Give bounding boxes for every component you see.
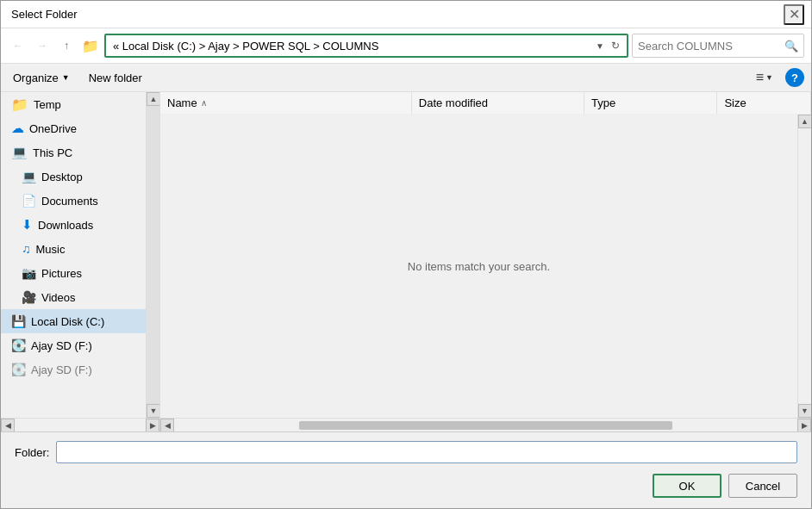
ok-button[interactable]: OK — [653, 474, 721, 498]
onedrive-icon: ☁ — [11, 121, 24, 136]
file-scroll-up[interactable]: ▲ — [798, 115, 812, 128]
downloads-icon: ⬇ — [22, 217, 33, 233]
folder-icon: 📁 — [82, 38, 99, 54]
forward-icon: → — [37, 40, 47, 52]
sidebar-h-scrollbar[interactable]: ◀ ▶ — [1, 418, 159, 431]
column-date-label: Date modified — [419, 96, 488, 109]
address-path-bar[interactable]: « Local Disk (C:) > Ajay > POWER SQL > C… — [104, 34, 628, 58]
sidebar-label-thispc: This PC — [33, 146, 72, 159]
up-icon: ↑ — [64, 40, 69, 52]
column-name[interactable]: Name ∧ — [160, 92, 412, 114]
bottom-area: Folder: OK Cancel — [1, 431, 811, 508]
help-button[interactable]: ? — [785, 68, 804, 87]
videos-icon: 🎥 — [22, 290, 36, 304]
partial-drive-icon: 💽 — [11, 363, 26, 376]
back-icon: ← — [13, 40, 23, 52]
empty-message-text: No items match your search. — [408, 260, 550, 273]
sidebar-label-music: Music — [36, 243, 66, 256]
file-area-with-scroll: No items match your search. ▲ ▼ — [160, 115, 811, 418]
search-input[interactable] — [638, 40, 781, 53]
buttons-row: OK Cancel — [1, 470, 811, 508]
file-h-scrollbar-row[interactable]: ◀ ▶ — [160, 418, 811, 431]
sidebar-item-onedrive[interactable]: ☁ OneDrive — [1, 116, 146, 140]
sidebar-label-documents: Documents — [41, 195, 98, 208]
file-h-scroll-thumb — [299, 421, 673, 430]
sidebar-item-documents[interactable]: 📄 Documents — [1, 189, 146, 213]
sidebar-item-localdisk[interactable]: 💾 Local Disk (C:) — [1, 309, 146, 333]
sidebar-item-pictures[interactable]: 📷 Pictures — [1, 261, 146, 285]
refresh-icon[interactable]: ↻ — [611, 40, 620, 52]
column-date-modified[interactable]: Date modified — [412, 92, 584, 114]
file-h-scroll-right[interactable]: ▶ — [797, 419, 811, 431]
thispc-icon: 💻 — [11, 145, 28, 160]
sidebar-items-list: 📁 Temp ☁ OneDrive 💻 This PC — [1, 92, 146, 418]
main-area: 📁 Temp ☁ OneDrive 💻 This PC — [1, 92, 811, 431]
temp-folder-icon: 📁 — [11, 96, 28, 113]
music-icon: ♫ — [22, 242, 31, 256]
ajaysd-icon: 💽 — [11, 338, 26, 352]
forward-button[interactable]: → — [32, 35, 53, 56]
sidebar-label-onedrive: OneDrive — [29, 122, 77, 135]
column-size-label: Size — [724, 96, 746, 109]
view-dropdown-icon: ▼ — [765, 73, 773, 82]
pictures-icon: 📷 — [22, 266, 36, 280]
search-icon: 🔍 — [784, 40, 798, 53]
file-h-scroll-track[interactable] — [174, 419, 797, 431]
sidebar: 📁 Temp ☁ OneDrive 💻 This PC — [1, 92, 160, 431]
file-area-container: Name ∧ Date modified Type Size No items … — [160, 92, 811, 431]
folder-input-row: Folder: — [1, 432, 811, 470]
sidebar-label-temp: Temp — [34, 98, 61, 111]
sidebar-content: 📁 Temp ☁ OneDrive 💻 This PC — [1, 92, 159, 418]
column-type-label: Type — [591, 96, 615, 109]
sidebar-item-temp[interactable]: 📁 Temp — [1, 92, 146, 116]
address-path-text: « Local Disk (C:) > Ajay > POWER SQL > C… — [113, 40, 592, 53]
file-h-scroll-left[interactable]: ◀ — [160, 419, 174, 431]
folder-input[interactable] — [56, 441, 797, 463]
file-header: Name ∧ Date modified Type Size — [160, 92, 811, 115]
file-list-container: No items match your search. — [160, 115, 797, 418]
sidebar-item-thispc[interactable]: 💻 This PC — [1, 140, 146, 164]
sidebar-item-ajaysd-f[interactable]: 💽 Ajay SD (F:) — [1, 333, 146, 357]
sidebar-label-videos: Videos — [41, 291, 76, 304]
sidebar-label-desktop: Desktop — [41, 171, 83, 183]
sidebar-h-scroll-left[interactable]: ◀ — [1, 419, 15, 431]
toolbar-row: Organize ▼ New folder ≡ ▼ ? — [1, 64, 811, 92]
sidebar-label-ajaysd-f: Ajay SD (F:) — [31, 339, 92, 352]
address-dropdown-icon[interactable]: ▼ — [592, 41, 608, 51]
sidebar-item-downloads[interactable]: ⬇ Downloads — [1, 213, 146, 237]
sidebar-h-scroll-right[interactable]: ▶ — [146, 419, 159, 431]
select-folder-dialog: Select Folder ✕ ← → ↑ 📁 « Local Disk (C:… — [0, 0, 812, 509]
sidebar-scroll-up[interactable]: ▲ — [147, 92, 159, 106]
column-type[interactable]: Type — [584, 92, 717, 114]
file-empty-message: No items match your search. — [160, 115, 797, 418]
organize-label: Organize — [13, 71, 59, 84]
up-button[interactable]: ↑ — [56, 35, 77, 56]
view-button[interactable]: ≡ ▼ — [751, 67, 778, 88]
cancel-button[interactable]: Cancel — [728, 474, 797, 498]
localdisk-icon: 💾 — [11, 314, 26, 328]
sidebar-scroll-down[interactable]: ▼ — [147, 404, 159, 418]
view-grid-icon: ≡ — [756, 70, 764, 85]
dialog-title: Select Folder — [11, 8, 78, 21]
organize-dropdown-icon: ▼ — [62, 73, 70, 82]
search-box[interactable]: 🔍 — [632, 34, 804, 58]
organize-button[interactable]: Organize ▼ — [8, 69, 75, 87]
file-v-scrollbar[interactable]: ▲ ▼ — [797, 115, 811, 418]
back-button[interactable]: ← — [8, 35, 28, 56]
sidebar-item-music[interactable]: ♫ Music — [1, 237, 146, 261]
column-name-label: Name — [167, 96, 197, 109]
sidebar-scrollbar[interactable]: ▲ ▼ — [146, 92, 159, 418]
title-bar: Select Folder ✕ — [1, 1, 811, 28]
sidebar-item-desktop[interactable]: 💻 Desktop — [1, 164, 146, 189]
sidebar-label-localdisk: Local Disk (C:) — [31, 315, 104, 328]
new-folder-button[interactable]: New folder — [82, 69, 149, 87]
recent-locations-button[interactable]: 📁 — [80, 35, 101, 56]
sidebar-label-partial: Ajay SD (F:) — [31, 363, 92, 376]
column-size[interactable]: Size — [717, 92, 811, 114]
address-bar-row: ← → ↑ 📁 « Local Disk (C:) > Ajay > POWER… — [1, 28, 811, 64]
sidebar-item-videos[interactable]: 🎥 Videos — [1, 285, 146, 309]
file-scroll-down[interactable]: ▼ — [798, 404, 812, 418]
close-button[interactable]: ✕ — [784, 4, 804, 25]
sidebar-item-partial[interactable]: 💽 Ajay SD (F:) — [1, 357, 146, 382]
sort-arrow-name: ∧ — [201, 98, 207, 108]
